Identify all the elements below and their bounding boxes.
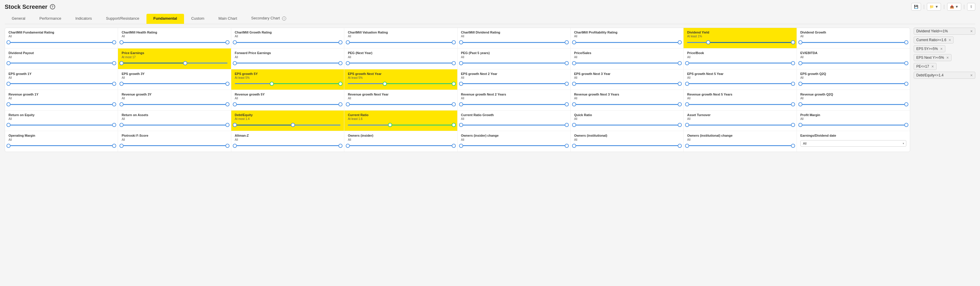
thumb-right[interactable] xyxy=(791,40,795,45)
thumb-right[interactable] xyxy=(678,82,682,86)
thumb-right[interactable] xyxy=(678,61,682,65)
thumb-left[interactable] xyxy=(119,82,124,86)
thumb-left[interactable] xyxy=(685,123,689,127)
tab-performance[interactable]: Performance xyxy=(32,14,68,24)
thumb-right[interactable] xyxy=(791,144,795,148)
thumb-right[interactable] xyxy=(112,61,116,65)
tab-general[interactable]: General xyxy=(5,14,32,24)
thumb-left[interactable] xyxy=(798,40,802,45)
thumb-right[interactable] xyxy=(226,40,229,45)
filter-tag-close[interactable]: × xyxy=(947,56,949,60)
thumb-left[interactable] xyxy=(572,123,576,127)
thumb-left[interactable] xyxy=(388,123,392,127)
thumb-left[interactable] xyxy=(119,123,124,127)
thumb-right[interactable] xyxy=(452,40,456,45)
thumb-right[interactable] xyxy=(678,102,682,106)
thumb-right[interactable] xyxy=(291,123,295,127)
thumb-left[interactable] xyxy=(6,61,11,65)
thumb-left[interactable] xyxy=(572,102,576,106)
thumb-right[interactable] xyxy=(112,40,116,45)
thumb-left[interactable] xyxy=(685,144,689,148)
thumb-left[interactable] xyxy=(459,82,463,86)
thumb-right[interactable] xyxy=(791,102,795,106)
thumb-left[interactable] xyxy=(6,82,11,86)
thumb-right[interactable] xyxy=(565,82,569,86)
thumb-right[interactable] xyxy=(339,102,342,106)
thumb-left[interactable] xyxy=(119,102,124,106)
thumb-left[interactable] xyxy=(459,123,463,127)
thumb-right[interactable] xyxy=(678,144,682,148)
thumb-right[interactable] xyxy=(339,82,342,86)
thumb-left[interactable] xyxy=(6,123,11,127)
folder-button[interactable]: 📁 ▼ xyxy=(927,3,941,11)
filter-tag-close[interactable]: × xyxy=(931,64,934,69)
thumb-left[interactable] xyxy=(685,102,689,106)
thumb-left[interactable] xyxy=(6,144,11,148)
thumb-left[interactable] xyxy=(346,61,350,65)
thumb-right[interactable] xyxy=(565,123,569,127)
thumb-right[interactable] xyxy=(791,61,795,65)
thumb-right[interactable] xyxy=(112,102,116,106)
thumb-left[interactable] xyxy=(346,40,350,45)
upload-button[interactable]: 📤 ▼ xyxy=(947,3,961,11)
thumb-left[interactable] xyxy=(706,40,710,45)
thumb-right[interactable] xyxy=(565,40,569,45)
thumb-right[interactable] xyxy=(452,61,456,65)
thumb-left[interactable] xyxy=(233,61,237,65)
thumb-left[interactable] xyxy=(798,82,802,86)
thumb-right[interactable] xyxy=(339,61,342,65)
thumb-right[interactable] xyxy=(452,144,456,148)
save-button[interactable]: 💾 xyxy=(911,3,921,11)
thumb-left[interactable] xyxy=(383,82,387,86)
thumb-right[interactable] xyxy=(226,102,229,106)
thumb-right[interactable] xyxy=(183,61,187,65)
thumb-left[interactable] xyxy=(346,102,350,106)
thumb-right[interactable] xyxy=(226,144,229,148)
thumb-right[interactable] xyxy=(904,82,908,86)
thumb-right[interactable] xyxy=(904,61,908,65)
thumb-right[interactable] xyxy=(112,82,116,86)
share-button[interactable]: ⇪ xyxy=(967,3,975,11)
tab-fundamental[interactable]: Fundamental xyxy=(146,14,184,24)
thumb-right[interactable] xyxy=(112,123,116,127)
thumb-left[interactable] xyxy=(233,102,237,106)
thumb-left[interactable] xyxy=(798,61,802,65)
earnings-dividend-select[interactable]: All xyxy=(800,140,906,147)
thumb-right[interactable] xyxy=(565,61,569,65)
thumb-left[interactable] xyxy=(798,123,802,127)
thumb-left[interactable] xyxy=(459,61,463,65)
thumb-left[interactable] xyxy=(572,82,576,86)
thumb-right[interactable] xyxy=(452,123,456,127)
thumb-left[interactable] xyxy=(459,102,463,106)
thumb-left[interactable] xyxy=(685,82,689,86)
thumb-left[interactable] xyxy=(119,61,124,65)
thumb-left[interactable] xyxy=(6,40,11,45)
thumb-right[interactable] xyxy=(904,123,908,127)
thumb-right[interactable] xyxy=(112,144,116,148)
filter-tag-close[interactable]: × xyxy=(970,29,973,33)
tab-indicators[interactable]: Indicators xyxy=(68,14,99,24)
thumb-right[interactable] xyxy=(904,102,908,106)
thumb-left[interactable] xyxy=(798,102,802,106)
thumb-right[interactable] xyxy=(565,102,569,106)
thumb-right[interactable] xyxy=(452,82,456,86)
thumb-left[interactable] xyxy=(233,40,237,45)
thumb-right[interactable] xyxy=(452,102,456,106)
thumb-right[interactable] xyxy=(678,40,682,45)
thumb-left[interactable] xyxy=(119,40,124,45)
thumb-left[interactable] xyxy=(685,61,689,65)
thumb-left[interactable] xyxy=(572,144,576,148)
help-icon[interactable]: ? xyxy=(50,4,55,10)
thumb-left[interactable] xyxy=(572,40,576,45)
thumb-right[interactable] xyxy=(339,40,342,45)
tab-support-resistance[interactable]: Support/Resistance xyxy=(99,14,146,24)
thumb-left[interactable] xyxy=(346,144,350,148)
tab-main-chart[interactable]: Main Chart xyxy=(211,14,244,24)
thumb-right[interactable] xyxy=(791,82,795,86)
thumb-left[interactable] xyxy=(233,144,237,148)
thumb-right[interactable] xyxy=(339,144,342,148)
tab-secondary-chart[interactable]: Secondary Chart i xyxy=(244,14,293,24)
thumb-right[interactable] xyxy=(565,144,569,148)
thumb-left[interactable] xyxy=(270,82,274,86)
thumb-left[interactable] xyxy=(572,61,576,65)
